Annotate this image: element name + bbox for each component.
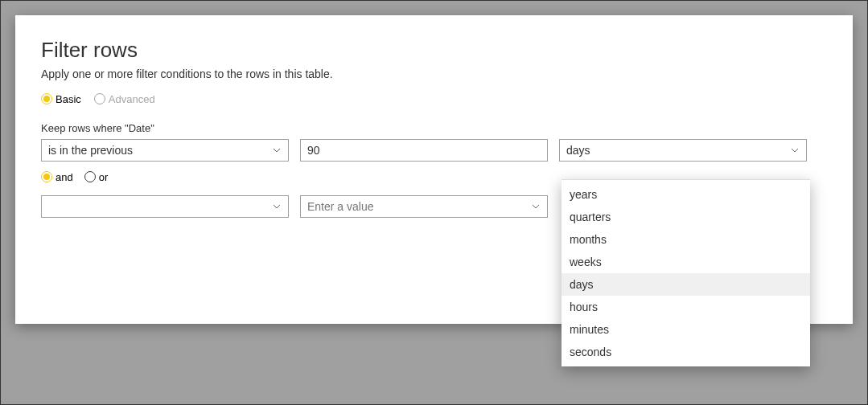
unit-dropdown-panel: yearsquartersmonthsweeksdayshoursminutes… [562,179,810,366]
logic-and-radio[interactable]: and [41,171,73,182]
condition-row-1: is in the previous 90 days [41,139,827,162]
unit-option-weeks[interactable]: weeks [562,251,810,273]
unit-1-value: days [566,144,590,157]
mode-basic-radio[interactable]: Basic [41,93,81,104]
unit-option-minutes[interactable]: minutes [562,318,810,341]
radio-icon [84,171,96,182]
logic-and-label: and [56,172,73,182]
mode-radio-group: Basic Advanced [41,93,827,104]
logic-or-radio[interactable]: or [84,171,109,182]
mode-basic-label: Basic [56,94,81,104]
value-2-placeholder: Enter a value [307,200,374,213]
unit-option-months[interactable]: months [562,228,810,251]
dialog-subtitle: Apply one or more filter conditions to t… [41,68,827,80]
chevron-down-icon [272,202,282,211]
unit-option-hours[interactable]: hours [562,296,810,318]
value-input-1[interactable]: 90 [300,139,548,162]
radio-icon [94,93,105,104]
chevron-down-icon [790,145,800,155]
unit-option-seconds[interactable]: seconds [562,341,810,363]
radio-icon [41,93,52,104]
chevron-down-icon [272,145,282,155]
unit-option-days[interactable]: days [562,273,810,296]
radio-icon [41,171,52,182]
mode-advanced-radio[interactable]: Advanced [94,93,155,104]
operator-select-1[interactable]: is in the previous [41,139,289,162]
operator-select-2[interactable] [41,195,289,218]
mode-advanced-label: Advanced [109,94,155,104]
keep-rows-label: Keep rows where "Date" [41,122,827,134]
backdrop: Filter rows Apply one or more filter con… [0,0,868,405]
logic-or-label: or [99,172,109,182]
unit-option-quarters[interactable]: quarters [562,206,810,228]
value-1-text: 90 [307,144,320,157]
unit-option-years[interactable]: years [562,183,810,206]
value-input-2[interactable]: Enter a value [300,195,548,218]
operator-1-value: is in the previous [48,144,133,157]
chevron-down-icon [531,202,541,211]
dialog-title: Filter rows [41,38,827,63]
unit-select-1[interactable]: days [559,139,807,162]
